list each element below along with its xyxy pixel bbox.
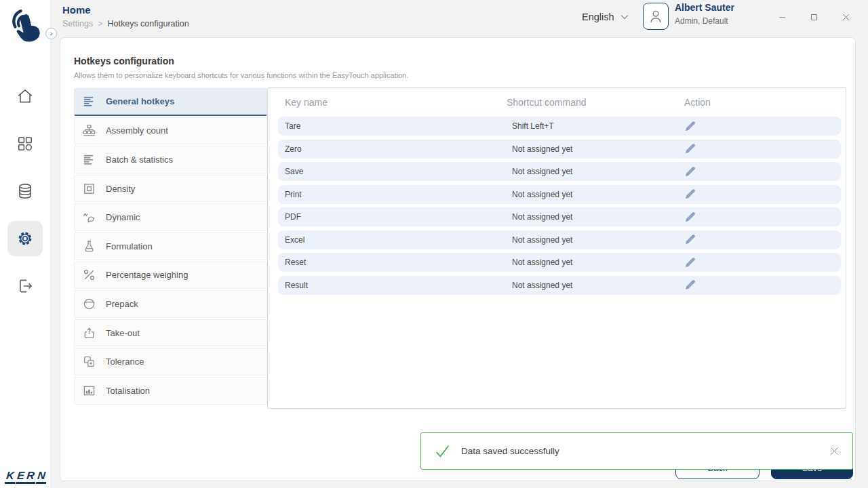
tab-label: Dynamic bbox=[106, 212, 140, 222]
breadcrumb-parent[interactable]: Settings bbox=[62, 19, 93, 28]
shortcut-cell: Not assigned yet bbox=[507, 281, 684, 290]
shortcut-cell: Not assigned yet bbox=[507, 190, 684, 199]
tab-label: Percentage weighing bbox=[106, 270, 188, 280]
tab-label: Assembly count bbox=[106, 125, 168, 136]
shortcut-cell: Not assigned yet bbox=[507, 258, 684, 267]
close-icon bbox=[829, 446, 840, 456]
breadcrumb-separator: > bbox=[98, 19, 102, 28]
pencil-icon bbox=[684, 279, 696, 291]
sidebar-expand-button[interactable]: › bbox=[45, 28, 57, 39]
tab-totalisation[interactable]: Totalisation bbox=[74, 377, 267, 405]
pencil-icon bbox=[684, 188, 696, 200]
user-name: Albert Sauter bbox=[675, 2, 734, 13]
minimize-button[interactable] bbox=[776, 11, 788, 23]
edit-hotkey-button[interactable] bbox=[684, 278, 702, 293]
shortcut-cell: Not assigned yet bbox=[507, 212, 684, 222]
tab-batch-statistics[interactable]: Batch & statistics bbox=[74, 146, 267, 174]
section-subtitle: Allows them to personalize keyboard shor… bbox=[74, 71, 408, 79]
shortcut-cell: Not assigned yet bbox=[507, 167, 684, 176]
home-icon bbox=[16, 87, 34, 105]
tab-formulation[interactable]: Formulation bbox=[74, 232, 267, 260]
check-icon bbox=[434, 443, 451, 460]
edit-hotkey-button[interactable] bbox=[684, 187, 702, 202]
lines-icon bbox=[83, 153, 96, 166]
toast-message: Data saved successfully bbox=[461, 446, 559, 456]
user-avatar[interactable] bbox=[643, 3, 669, 30]
tab-dynamic[interactable]: Dynamic bbox=[74, 203, 267, 231]
pencil-icon bbox=[684, 211, 696, 223]
window-controls bbox=[776, 11, 852, 23]
density-icon bbox=[83, 182, 96, 195]
close-button[interactable] bbox=[840, 11, 852, 23]
key-name-cell: Save bbox=[285, 167, 507, 176]
tab-assembly-count[interactable]: Assembly count bbox=[74, 117, 267, 145]
success-toast: Data saved successfully bbox=[420, 432, 853, 470]
flask-icon bbox=[83, 240, 96, 253]
table-row: PrintNot assigned yet bbox=[278, 185, 841, 204]
lines-icon bbox=[83, 95, 96, 108]
logout-icon bbox=[16, 277, 34, 295]
table-row: PDFNot assigned yet bbox=[278, 207, 841, 226]
maximize-icon bbox=[810, 13, 818, 22]
kern-logo: KERN bbox=[5, 470, 47, 484]
dynamic-icon bbox=[83, 211, 96, 224]
sidebar-item-apps[interactable] bbox=[7, 126, 43, 161]
tab-label: Tolerance bbox=[106, 357, 144, 367]
breadcrumb-current: Hotkeys configuration bbox=[107, 19, 189, 28]
sidebar-item-home[interactable] bbox=[7, 79, 43, 114]
tolerance-icon bbox=[83, 355, 96, 368]
key-name-cell: Print bbox=[285, 190, 507, 199]
tab-density[interactable]: Density bbox=[74, 175, 267, 203]
database-icon bbox=[16, 182, 34, 200]
edit-hotkey-button[interactable] bbox=[684, 119, 702, 134]
sidebar-item-database[interactable] bbox=[7, 174, 43, 209]
sidebar-item-logout[interactable] bbox=[7, 268, 43, 304]
toast-close-button[interactable] bbox=[827, 445, 841, 458]
tab-label: Totalisation bbox=[106, 386, 150, 396]
key-name-cell: Excel bbox=[285, 235, 507, 245]
shortcut-cell: Not assigned yet bbox=[507, 144, 684, 154]
tab-take-out[interactable]: Take-out bbox=[74, 319, 267, 347]
tab-label: Density bbox=[106, 184, 135, 194]
key-name-cell: Reset bbox=[285, 258, 507, 267]
content-card: Hotkeys configuration Allows them to per… bbox=[60, 37, 856, 481]
table-rows: TareShift Left+TZeroNot assigned yetSave… bbox=[268, 115, 846, 295]
edit-hotkey-button[interactable] bbox=[684, 142, 702, 157]
chevron-right-icon: › bbox=[50, 30, 53, 37]
table-row: ResultNot assigned yet bbox=[278, 276, 841, 295]
easytouch-touch-logo bbox=[6, 5, 44, 49]
pencil-icon bbox=[684, 143, 696, 155]
language-selector[interactable]: English bbox=[582, 12, 629, 22]
edit-hotkey-button[interactable] bbox=[684, 255, 702, 270]
apps-grid-icon bbox=[16, 135, 34, 152]
edit-hotkey-button[interactable] bbox=[684, 232, 702, 247]
tab-label: Take-out bbox=[106, 328, 140, 338]
shortcut-cell: Not assigned yet bbox=[507, 235, 684, 245]
hotkey-category-tabs: General hotkeysAssembly countBatch & sta… bbox=[74, 88, 267, 406]
table-row: SaveNot assigned yet bbox=[278, 162, 841, 181]
tab-prepack[interactable]: Prepack bbox=[74, 290, 267, 318]
edit-hotkey-button[interactable] bbox=[684, 164, 702, 179]
table-header: Key nameShortcut commandAction bbox=[268, 88, 846, 115]
tab-label: General hotkeys bbox=[106, 96, 174, 106]
close-icon bbox=[842, 13, 850, 22]
pencil-icon bbox=[684, 257, 696, 268]
minimize-icon bbox=[778, 13, 787, 22]
maximize-button[interactable] bbox=[808, 11, 820, 23]
assembly-icon bbox=[83, 124, 96, 137]
tab-tolerance[interactable]: Tolerance bbox=[74, 348, 267, 375]
table-row: TareShift Left+T bbox=[278, 117, 841, 136]
language-label: English bbox=[582, 12, 614, 22]
prepack-icon bbox=[83, 298, 96, 310]
sidebar-nav bbox=[0, 79, 50, 304]
key-name-cell: PDF bbox=[285, 212, 507, 222]
sidebar-item-settings[interactable] bbox=[7, 221, 43, 256]
pencil-icon bbox=[684, 234, 696, 245]
tab-percentage-weighing[interactable]: Percentage weighing bbox=[74, 262, 267, 289]
percent-icon bbox=[83, 268, 96, 281]
tab-general-hotkeys[interactable]: General hotkeys bbox=[74, 88, 267, 116]
edit-hotkey-button[interactable] bbox=[684, 209, 702, 224]
shortcut-cell: Shift Left+T bbox=[507, 121, 684, 131]
user-role: Admin, Default bbox=[675, 16, 728, 26]
pencil-icon bbox=[684, 166, 696, 178]
